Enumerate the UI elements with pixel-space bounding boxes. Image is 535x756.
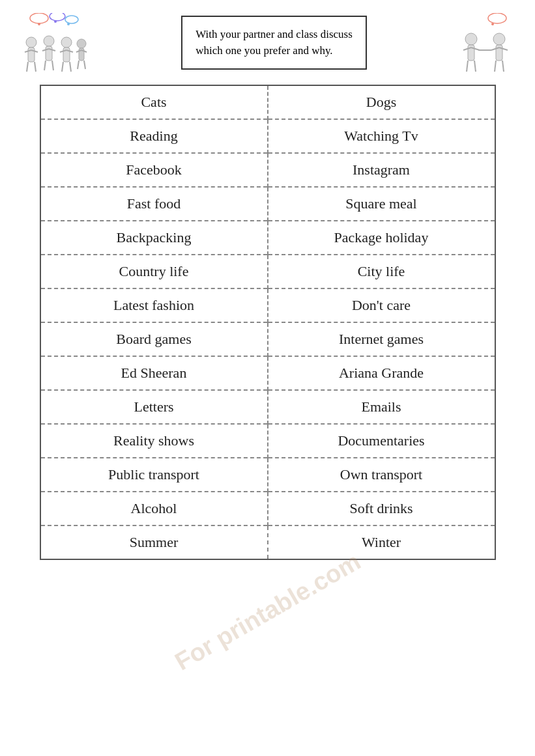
- pair-left: Letters: [40, 390, 268, 424]
- main-table-wrapper: CatsDogsReadingWatching TvFacebookInstag…: [40, 85, 496, 560]
- pair-right: Ariana Grande: [268, 356, 495, 390]
- pair-left: Ed Sheeran: [40, 356, 268, 390]
- table-row: BackpackingPackage holiday: [40, 221, 495, 255]
- pair-right: Documentaries: [268, 424, 495, 458]
- svg-point-1: [50, 13, 65, 21]
- pair-left: Alcohol: [40, 492, 268, 525]
- svg-point-0: [30, 13, 48, 23]
- pair-right: Instagram: [268, 153, 495, 187]
- pairs-table: CatsDogsReadingWatching TvFacebookInstag…: [40, 85, 496, 560]
- table-row: Latest fashionDon't care: [40, 288, 495, 322]
- pair-left: Reading: [40, 119, 268, 153]
- svg-point-6: [26, 37, 36, 48]
- svg-point-2: [65, 16, 78, 23]
- svg-rect-13: [46, 46, 52, 61]
- svg-rect-33: [468, 45, 474, 61]
- svg-line-37: [474, 61, 476, 72]
- table-row: FacebookInstagram: [40, 153, 495, 187]
- svg-line-29: [84, 61, 85, 69]
- svg-line-36: [467, 61, 468, 72]
- table-row: CatsDogs: [40, 85, 495, 119]
- pair-right: Internet games: [268, 322, 495, 356]
- svg-point-31: [491, 23, 494, 25]
- pair-right: Watching Tv: [268, 119, 495, 153]
- pair-left: Backpacking: [40, 221, 268, 255]
- table-row: AlcoholSoft drinks: [40, 492, 495, 525]
- svg-point-5: [67, 23, 70, 25]
- svg-point-32: [465, 33, 477, 45]
- svg-line-11: [35, 62, 36, 72]
- figures-left: [20, 13, 91, 72]
- svg-rect-7: [28, 48, 35, 62]
- svg-rect-39: [496, 45, 502, 61]
- header: With your partner and class discuss whic…: [13, 13, 522, 72]
- svg-rect-25: [79, 48, 84, 61]
- pair-right: Emails: [268, 390, 495, 424]
- pair-right: Soft drinks: [268, 492, 495, 525]
- svg-line-43: [502, 61, 504, 72]
- pair-right: Package holiday: [268, 221, 495, 255]
- pair-right: Don't care: [268, 288, 495, 322]
- table-row: SummerWinter: [40, 525, 495, 559]
- svg-line-22: [62, 62, 63, 72]
- svg-line-16: [44, 61, 46, 70]
- table-row: LettersEmails: [40, 390, 495, 424]
- svg-point-4: [54, 20, 57, 23]
- pair-right: City life: [268, 255, 495, 288]
- svg-line-17: [52, 61, 53, 70]
- table-row: Ed SheeranAriana Grande: [40, 356, 495, 390]
- instruction-text-line1: With your partner and class discuss: [195, 28, 353, 40]
- figures-right: [457, 13, 515, 72]
- pair-left: Cats: [40, 85, 268, 119]
- pair-right: Square meal: [268, 187, 495, 221]
- pair-left: Latest fashion: [40, 288, 268, 322]
- svg-point-30: [488, 13, 506, 23]
- svg-line-42: [495, 61, 496, 72]
- svg-point-38: [493, 33, 505, 45]
- table-row: Fast foodSquare meal: [40, 187, 495, 221]
- svg-rect-19: [63, 48, 70, 62]
- svg-point-24: [77, 39, 86, 48]
- instruction-box: With your partner and class discuss whic…: [181, 16, 367, 70]
- table-row: ReadingWatching Tv: [40, 119, 495, 153]
- svg-line-28: [78, 61, 79, 69]
- svg-point-12: [44, 36, 54, 46]
- svg-point-3: [38, 23, 40, 25]
- pair-left: Facebook: [40, 153, 268, 187]
- pair-right: Own transport: [268, 458, 495, 492]
- page: With your partner and class discuss whic…: [0, 0, 535, 756]
- watermark: For printable.com: [170, 548, 365, 677]
- table-row: Reality showsDocumentaries: [40, 424, 495, 458]
- table-row: Board gamesInternet games: [40, 322, 495, 356]
- pair-right: Winter: [268, 525, 495, 559]
- svg-line-23: [70, 62, 71, 72]
- table-row: Public transportOwn transport: [40, 458, 495, 492]
- pair-right: Dogs: [268, 85, 495, 119]
- table-row: Country lifeCity life: [40, 255, 495, 288]
- svg-point-18: [61, 37, 72, 48]
- pair-left: Board games: [40, 322, 268, 356]
- pair-left: Reality shows: [40, 424, 268, 458]
- pair-left: Public transport: [40, 458, 268, 492]
- pair-left: Fast food: [40, 187, 268, 221]
- pair-left: Summer: [40, 525, 268, 559]
- instruction-text-line2: which one you prefer and why.: [195, 44, 332, 57]
- pair-left: Country life: [40, 255, 268, 288]
- svg-line-10: [27, 62, 28, 72]
